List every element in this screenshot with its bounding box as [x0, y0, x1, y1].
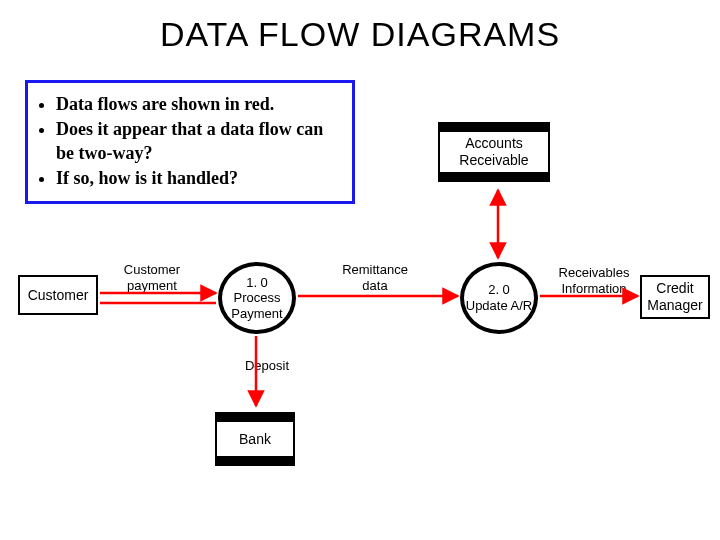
bullet-2: Does it appear that a data flow can be t… — [56, 118, 344, 165]
entity-label: Bank — [239, 431, 271, 448]
bullet-box: Data flows are shown in red. Does it app… — [25, 80, 355, 204]
flow-receivables-info: Receivables Information — [549, 265, 639, 296]
bullet-1: Data flows are shown in red. — [56, 93, 344, 116]
entity-label: Credit Manager — [644, 280, 706, 314]
process-1: 1. 0 Process Payment — [218, 262, 296, 334]
process-number: 1. 0 — [246, 275, 268, 290]
bullet-3: If so, how is it handled? — [56, 167, 344, 190]
entity-bank: Bank — [215, 420, 295, 458]
process-2: 2. 0 Update A/R — [460, 262, 538, 334]
process-name: Process Payment — [231, 290, 282, 321]
entity-customer: Customer — [18, 275, 98, 315]
bullet-list: Data flows are shown in red. Does it app… — [34, 93, 344, 191]
flow-deposit: Deposit — [237, 358, 297, 374]
slide-title: DATA FLOW DIAGRAMS — [0, 15, 720, 54]
entity-label: Customer — [28, 287, 89, 304]
entity-label: Accounts Receivable — [442, 135, 546, 169]
entity-credit-manager: Credit Manager — [640, 275, 710, 319]
flow-customer-payment: Customer payment — [112, 262, 192, 293]
entity-accounts-receivable: Accounts Receivable — [438, 130, 550, 174]
process-name: Update A/R — [466, 298, 533, 313]
process-number: 2. 0 — [488, 282, 510, 297]
flow-remittance-data: Remittance data — [330, 262, 420, 293]
